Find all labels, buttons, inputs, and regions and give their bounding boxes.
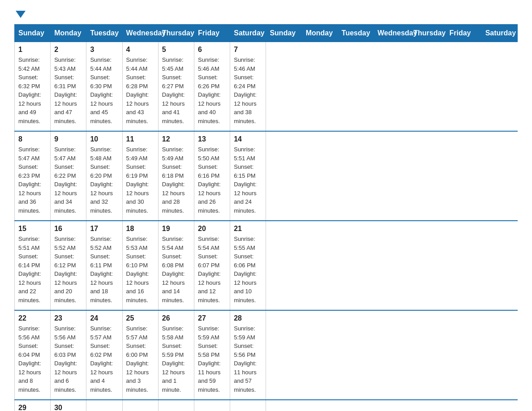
day-number: 26 <box>162 314 190 322</box>
day-info: Sunrise: 5:43 AMSunset: 6:31 PMDaylight:… <box>54 56 82 125</box>
col-header-friday: Friday <box>446 25 481 42</box>
calendar-week-row: 15 Sunrise: 5:51 AMSunset: 6:14 PMDaylig… <box>15 221 518 310</box>
calendar-cell: 15 Sunrise: 5:51 AMSunset: 6:14 PMDaylig… <box>15 221 51 310</box>
calendar-cell: 17 Sunrise: 5:52 AMSunset: 6:11 PMDaylig… <box>86 221 122 310</box>
day-number: 7 <box>234 46 262 54</box>
day-number: 16 <box>54 225 82 233</box>
calendar-cell: 29 Sunrise: 6:00 AMSunset: 5:55 PMDaylig… <box>15 400 51 411</box>
page-header <box>14 11 518 17</box>
day-number: 5 <box>162 46 190 54</box>
day-number: 14 <box>234 135 262 143</box>
day-info: Sunrise: 5:52 AMSunset: 6:11 PMDaylight:… <box>90 235 118 304</box>
calendar-cell: 25 Sunrise: 5:57 AMSunset: 6:00 PMDaylig… <box>122 310 158 400</box>
day-info: Sunrise: 5:59 AMSunset: 5:58 PMDaylight:… <box>198 324 226 394</box>
calendar-cell: 2 Sunrise: 5:43 AMSunset: 6:31 PMDayligh… <box>51 42 86 132</box>
calendar-cell: 19 Sunrise: 5:54 AMSunset: 6:08 PMDaylig… <box>158 221 194 310</box>
col-header-saturday: Saturday <box>230 25 266 42</box>
calendar-cell <box>158 400 194 411</box>
calendar-cell: 22 Sunrise: 5:56 AMSunset: 6:04 PMDaylig… <box>15 310 51 400</box>
calendar-cell <box>230 400 266 411</box>
day-info: Sunrise: 5:59 AMSunset: 5:56 PMDaylight:… <box>234 324 262 394</box>
day-number: 8 <box>18 135 47 143</box>
day-number: 12 <box>162 135 190 143</box>
calendar-cell: 16 Sunrise: 5:52 AMSunset: 6:12 PMDaylig… <box>51 221 86 310</box>
calendar-cell: 5 Sunrise: 5:45 AMSunset: 6:27 PMDayligh… <box>158 42 194 132</box>
logo-triangle-icon <box>16 11 26 18</box>
col-header-thursday: Thursday <box>410 25 446 42</box>
day-info: Sunrise: 5:51 AMSunset: 6:14 PMDaylight:… <box>18 235 47 304</box>
day-number: 15 <box>18 225 47 233</box>
calendar-cell: 27 Sunrise: 5:59 AMSunset: 5:58 PMDaylig… <box>194 310 230 400</box>
day-info: Sunrise: 5:47 AMSunset: 6:23 PMDaylight:… <box>18 145 47 215</box>
day-info: Sunrise: 5:51 AMSunset: 6:15 PMDaylight:… <box>234 145 262 215</box>
day-info: Sunrise: 5:46 AMSunset: 6:26 PMDaylight:… <box>198 56 226 125</box>
logo <box>14 11 26 17</box>
day-info: Sunrise: 5:47 AMSunset: 6:22 PMDaylight:… <box>54 145 82 215</box>
day-info: Sunrise: 5:44 AMSunset: 6:28 PMDaylight:… <box>126 56 154 125</box>
col-header-saturday: Saturday <box>481 25 517 42</box>
calendar-cell: 11 Sunrise: 5:49 AMSunset: 6:19 PMDaylig… <box>122 131 158 221</box>
day-info: Sunrise: 5:55 AMSunset: 6:06 PMDaylight:… <box>234 235 262 304</box>
day-number: 1 <box>18 46 47 54</box>
col-header-monday: Monday <box>302 25 338 42</box>
day-info: Sunrise: 5:57 AMSunset: 6:02 PMDaylight:… <box>90 324 118 394</box>
day-number: 25 <box>126 314 154 322</box>
calendar-cell: 3 Sunrise: 5:44 AMSunset: 6:30 PMDayligh… <box>86 42 122 132</box>
calendar-cell: 8 Sunrise: 5:47 AMSunset: 6:23 PMDayligh… <box>15 131 51 221</box>
day-number: 18 <box>126 225 154 233</box>
day-number: 30 <box>54 404 82 411</box>
day-number: 29 <box>18 404 47 411</box>
calendar-week-row: 22 Sunrise: 5:56 AMSunset: 6:04 PMDaylig… <box>15 310 518 400</box>
calendar-cell: 20 Sunrise: 5:54 AMSunset: 6:07 PMDaylig… <box>194 221 230 310</box>
calendar-cell: 4 Sunrise: 5:44 AMSunset: 6:28 PMDayligh… <box>122 42 158 132</box>
day-info: Sunrise: 5:58 AMSunset: 5:59 PMDaylight:… <box>162 324 190 394</box>
day-number: 23 <box>54 314 82 322</box>
day-info: Sunrise: 5:54 AMSunset: 6:07 PMDaylight:… <box>198 235 226 304</box>
day-info: Sunrise: 5:52 AMSunset: 6:12 PMDaylight:… <box>54 235 82 304</box>
calendar-cell: 10 Sunrise: 5:48 AMSunset: 6:20 PMDaylig… <box>86 131 122 221</box>
col-header-tuesday: Tuesday <box>86 25 122 42</box>
day-info: Sunrise: 5:50 AMSunset: 6:16 PMDaylight:… <box>198 145 226 215</box>
calendar-cell: 9 Sunrise: 5:47 AMSunset: 6:22 PMDayligh… <box>51 131 86 221</box>
day-info: Sunrise: 5:48 AMSunset: 6:20 PMDaylight:… <box>90 145 118 215</box>
calendar-week-row: 8 Sunrise: 5:47 AMSunset: 6:23 PMDayligh… <box>15 131 518 221</box>
day-number: 21 <box>234 225 262 233</box>
day-info: Sunrise: 5:45 AMSunset: 6:27 PMDaylight:… <box>162 56 190 125</box>
calendar-cell: 28 Sunrise: 5:59 AMSunset: 5:56 PMDaylig… <box>230 310 266 400</box>
day-number: 13 <box>198 135 226 143</box>
calendar-cell: 30 Sunrise: 6:01 AMSunset: 5:54 PMDaylig… <box>51 400 86 411</box>
day-number: 10 <box>90 135 118 143</box>
day-info: Sunrise: 5:54 AMSunset: 6:08 PMDaylight:… <box>162 235 190 304</box>
day-number: 3 <box>90 46 118 54</box>
calendar-cell <box>122 400 158 411</box>
calendar-cell: 6 Sunrise: 5:46 AMSunset: 6:26 PMDayligh… <box>194 42 230 132</box>
calendar-cell: 26 Sunrise: 5:58 AMSunset: 5:59 PMDaylig… <box>158 310 194 400</box>
day-info: Sunrise: 5:57 AMSunset: 6:00 PMDaylight:… <box>126 324 154 394</box>
day-number: 28 <box>234 314 262 322</box>
day-info: Sunrise: 5:46 AMSunset: 6:24 PMDaylight:… <box>234 56 262 125</box>
day-info: Sunrise: 5:49 AMSunset: 6:18 PMDaylight:… <box>162 145 190 215</box>
calendar-cell: 23 Sunrise: 5:56 AMSunset: 6:03 PMDaylig… <box>51 310 86 400</box>
col-header-friday: Friday <box>194 25 230 42</box>
calendar-cell: 13 Sunrise: 5:50 AMSunset: 6:16 PMDaylig… <box>194 131 230 221</box>
calendar-cell: 12 Sunrise: 5:49 AMSunset: 6:18 PMDaylig… <box>158 131 194 221</box>
day-number: 17 <box>90 225 118 233</box>
day-number: 27 <box>198 314 226 322</box>
day-info: Sunrise: 5:49 AMSunset: 6:19 PMDaylight:… <box>126 145 154 215</box>
calendar-cell: 1 Sunrise: 5:42 AMSunset: 6:32 PMDayligh… <box>15 42 51 132</box>
day-number: 9 <box>54 135 82 143</box>
day-number: 11 <box>126 135 154 143</box>
day-info: Sunrise: 5:42 AMSunset: 6:32 PMDaylight:… <box>18 56 47 125</box>
day-number: 22 <box>18 314 47 322</box>
day-number: 2 <box>54 46 82 54</box>
calendar-week-row: 1 Sunrise: 5:42 AMSunset: 6:32 PMDayligh… <box>15 42 518 132</box>
calendar-header-row: SundayMondayTuesdayWednesdayThursdayFrid… <box>15 25 518 42</box>
col-header-thursday: Thursday <box>158 25 194 42</box>
col-header-wednesday: Wednesday <box>122 25 158 42</box>
day-info: Sunrise: 5:56 AMSunset: 6:04 PMDaylight:… <box>18 324 47 394</box>
day-info: Sunrise: 5:56 AMSunset: 6:03 PMDaylight:… <box>54 324 82 394</box>
col-header-sunday: Sunday <box>15 25 51 42</box>
calendar-cell <box>86 400 122 411</box>
day-info: Sunrise: 5:53 AMSunset: 6:10 PMDaylight:… <box>126 235 154 304</box>
day-number: 6 <box>198 46 226 54</box>
